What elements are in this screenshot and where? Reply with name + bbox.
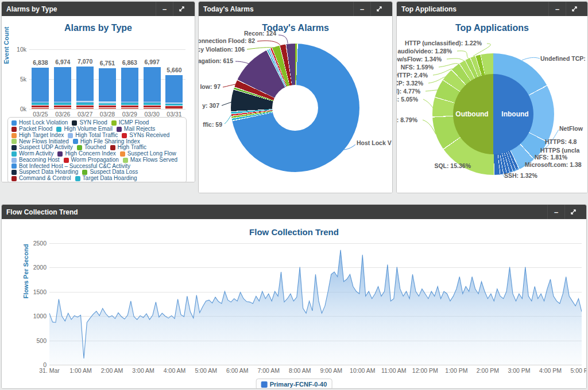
legend-item[interactable]: [132, 182, 171, 182]
legend-swatch: [56, 127, 61, 132]
slice-label: cy Violation: 106: [198, 46, 245, 53]
series-name: Primary-FCNF-0-40: [270, 381, 327, 388]
series-swatch: [261, 381, 268, 388]
bar-03/28[interactable]: 6,751: [99, 49, 116, 109]
legend-label: Policy Violation: [19, 182, 58, 182]
x-tick-label: 4:00 PM: [539, 367, 562, 374]
y-axis-label: Flows Per Second: [22, 237, 29, 306]
inbound-label: Inbound: [501, 110, 528, 118]
legend-label: Suspect Long Flow: [127, 151, 176, 157]
legend-swatch: [62, 182, 67, 183]
x-tick-label: 3:00 PM: [508, 367, 530, 374]
minimize-button[interactable]: –: [353, 2, 370, 16]
slice-label: low: 97: [200, 83, 220, 90]
bar-03/30[interactable]: 6,997: [144, 49, 161, 109]
y-tick-label: 1500: [33, 288, 47, 295]
legend-label: Mail Rejects: [124, 126, 155, 132]
y-axis-label: Event Count: [3, 22, 10, 68]
slice-label: Recon: 124: [244, 30, 276, 37]
legend-item[interactable]: Max Flows Served: [123, 157, 177, 163]
panel-title: Top Applications: [401, 5, 457, 13]
legend-swatch: [111, 120, 117, 126]
x-tick-label: 6:00 AM: [226, 367, 249, 374]
expand-button[interactable]: [564, 205, 582, 219]
bar-rect[interactable]: [165, 75, 183, 109]
bar-rect[interactable]: [144, 67, 161, 109]
legend-item[interactable]: Mail Rejects: [117, 126, 155, 132]
panel-todays-alarms: Today's Alarms – Today's Alarms Recon: 1…: [198, 1, 393, 193]
legend-swatch: [11, 133, 17, 138]
bar-rect[interactable]: [76, 67, 94, 109]
bar-03/31[interactable]: 5,660: [165, 49, 183, 109]
bar-03/26[interactable]: 6,974: [54, 49, 71, 109]
chart-title: Flow Collection Trend: [2, 219, 586, 237]
slice-label: Undefined TCP:: [540, 55, 586, 62]
minimize-button[interactable]: –: [548, 2, 566, 16]
expand-icon: [179, 6, 185, 12]
legend-item[interactable]: Worm Propagation: [64, 157, 119, 163]
minimize-button[interactable]: –: [547, 205, 564, 219]
legend-swatch: [110, 145, 115, 150]
panel-header: Top Applications –: [397, 2, 587, 16]
legend-item[interactable]: Packet Flood: [11, 126, 52, 132]
bar-value-label: 5,660: [167, 67, 181, 73]
bar-rect[interactable]: [99, 68, 116, 109]
bar-value-label: 6,838: [33, 59, 48, 66]
x-tick-label: 1:00 PM: [445, 367, 467, 374]
slice-label: Microsoft.com: 1.38: [525, 161, 582, 168]
legend-swatch: [77, 145, 82, 150]
expand-button[interactable]: [566, 2, 583, 16]
bar-03/29[interactable]: 6,863: [121, 49, 138, 109]
panel-title: Today's Alarms: [203, 5, 254, 13]
y-tick-label: 10k: [17, 46, 26, 53]
minimize-button[interactable]: –: [156, 2, 173, 16]
legend-swatch: [132, 182, 137, 183]
x-tick-label: 11:00 AM: [381, 367, 407, 374]
legend-swatch: [11, 182, 17, 183]
panel-header: Alarms by Type –: [2, 2, 195, 16]
y-tick-label: 2500: [33, 240, 47, 247]
legend-label: Beaconing Host: [19, 157, 60, 163]
outbound-label: Outbound: [455, 110, 488, 118]
legend-item[interactable]: SYNs Received: [122, 132, 169, 139]
slice-label: c: 5.05%: [396, 96, 418, 103]
legend-item[interactable]: Policy Violation: [11, 182, 58, 182]
legend-swatch: [64, 158, 69, 163]
slice-label: agation: 615: [198, 57, 233, 64]
x-tick-label: 5:00 PM: [570, 367, 587, 374]
chart-title: Alarms by Type: [2, 16, 195, 33]
legend-swatch: [57, 151, 63, 157]
bar-rect[interactable]: [54, 67, 71, 109]
y-tick-label: 2000: [33, 264, 47, 271]
bar-03/27[interactable]: 7,070: [76, 49, 94, 109]
x-tick-label: 3:00 AM: [132, 367, 154, 374]
bar-rect[interactable]: [32, 68, 49, 109]
legend-item[interactable]: High Target Index: [11, 132, 64, 139]
legend-item[interactable]: High Total Traffic: [68, 132, 118, 139]
panel-header: Today's Alarms –: [199, 2, 392, 16]
slice-label: NFS: 1.59%: [401, 64, 434, 71]
legend-item[interactable]: High Concern Index: [57, 151, 115, 157]
legend-item[interactable]: High Volume Email: [56, 126, 112, 132]
expand-button[interactable]: [370, 2, 388, 16]
legend-item[interactable]: Target Data Hoarding: [75, 176, 137, 182]
panel-top-applications: Top Applications – Top Applications Outb…: [396, 1, 588, 193]
chart-title: Top Applications: [397, 16, 587, 33]
slice-label: l): 4.77%: [396, 88, 420, 95]
legend-item[interactable]: Slow Connection Flood: [62, 182, 129, 182]
legend-label: Packet Flood: [19, 126, 52, 132]
bar-rect[interactable]: [121, 68, 138, 109]
legend-item[interactable]: Beaconing Host: [11, 157, 60, 163]
expand-button[interactable]: [173, 2, 190, 16]
legend-label: Worm Activity: [19, 151, 53, 157]
series-legend[interactable]: Primary-FCNF-0-40: [256, 379, 332, 389]
panel-body: Alarms by Type Event Count 10k5k0k6,8386…: [2, 16, 195, 182]
x-tick-label: 31. Mar: [39, 367, 60, 374]
legend-item[interactable]: Worm Activity: [11, 151, 53, 157]
panel-title: Alarms by Type: [6, 5, 57, 13]
legend-item[interactable]: Command & Control: [11, 176, 71, 182]
todays-alarms-donut[interactable]: [231, 44, 359, 172]
bar-03/25[interactable]: 6,838: [32, 49, 49, 109]
dashboard: Alarms by Type – Alarms by Type Event Co…: [0, 0, 588, 390]
legend-item[interactable]: Suspect Long Flow: [120, 151, 176, 157]
